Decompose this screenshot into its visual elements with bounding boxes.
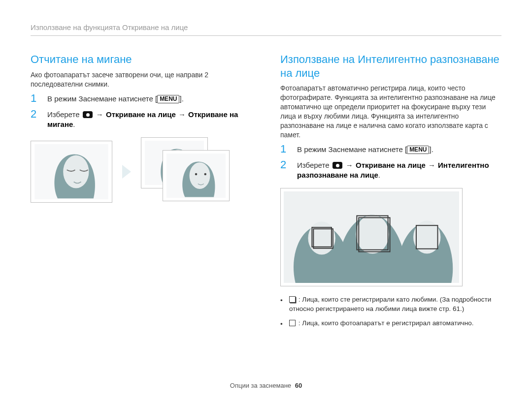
left-steps: 1 В режим Заснемане натиснете [MENU]. 2 …: [31, 94, 252, 130]
step-1: 1 В режим Заснемане натиснете [MENU].: [280, 145, 501, 154]
step-post: .: [182, 94, 184, 103]
bullet-text: : Лица, които сте регистрирали като люби…: [289, 295, 501, 314]
step-post: .: [378, 171, 380, 179]
step-number: 1: [31, 93, 40, 104]
right-title: Използване на Интелигентно разпознаване …: [280, 53, 501, 80]
photo-eyes-closed: [31, 141, 112, 203]
step-pre: Изберете: [47, 110, 82, 119]
menu-chip: MENU: [407, 146, 429, 154]
bullet-favorite: • : Лица, които сте регистрирали като лю…: [280, 295, 501, 314]
running-head: Използване на функцията Откриване на лиц…: [31, 23, 501, 32]
header-rule: [31, 35, 501, 36]
step-text: В режим Заснемане натиснете [MENU].: [297, 145, 501, 154]
bullet-auto: • : Лица, които фотоапаратът е регистрир…: [280, 319, 501, 329]
group-photo-frame: [280, 188, 463, 286]
step-1: 1 В режим Заснемане натиснете [MENU].: [31, 94, 252, 104]
svg-point-12: [356, 215, 389, 254]
arrow-icon: →: [346, 161, 353, 169]
arrow-icon: →: [178, 110, 186, 119]
bullet-text: : Лица, които фотоапаратът е регистрирал…: [289, 319, 474, 329]
step-text: Изберете → Откриване на лице → Откриване…: [47, 110, 252, 130]
page-footer: Опции за заснемане 60: [0, 381, 532, 390]
step-2: 2 Изберете → Откриване на лице → Открива…: [31, 110, 252, 130]
single-square-icon: [289, 320, 296, 326]
right-intro: Фотоапаратът автоматично регистрира лица…: [280, 84, 501, 139]
arrow-icon: →: [96, 110, 103, 119]
step-text: Изберете → Откриване на лице → Интелиген…: [297, 160, 501, 181]
step-bold: Откриване на лице: [356, 161, 426, 169]
step-post: .: [73, 120, 75, 128]
step-post: .: [432, 145, 433, 154]
step-number: 1: [280, 144, 290, 154]
right-steps: 1 В режим Заснемане натиснете [MENU]. 2 …: [280, 145, 501, 181]
menu-chip: MENU: [157, 95, 179, 103]
bullet-label: : Лица, които сте регистрирали като люби…: [289, 296, 491, 312]
footer-section: Опции за заснемане: [230, 382, 291, 389]
bullet-dot: •: [280, 320, 284, 329]
right-column: Използване на Интелигентно разпознаване …: [280, 53, 501, 334]
left-title: Отчитане на мигане: [31, 53, 252, 66]
step-pre: В режим Заснемане натиснете: [297, 145, 405, 154]
legend-bullets: • : Лица, които сте регистрирали като лю…: [280, 295, 501, 329]
step-pre: Изберете: [297, 161, 332, 169]
bullet-dot: •: [280, 296, 284, 314]
step-text: В режим Заснемане натиснете [MENU].: [47, 94, 252, 104]
blink-illustration: [31, 137, 252, 206]
step-number: 2: [31, 109, 40, 130]
step-2: 2 Изберете → Откриване на лице → Интелиг…: [280, 160, 501, 181]
step-number: 2: [280, 159, 290, 181]
bullet-label: : Лица, които фотоапаратът е регистрирал…: [299, 319, 474, 327]
step-pre: В режим Заснемане натиснете: [47, 94, 155, 103]
camera-icon: [332, 162, 342, 169]
camera-icon: [83, 111, 93, 118]
arrow-icon: →: [428, 161, 435, 169]
footer-page: 60: [295, 382, 302, 389]
photo-front: [163, 150, 230, 201]
step-bold: Откриване на лице: [106, 110, 176, 119]
svg-point-7: [204, 173, 207, 176]
left-column: Отчитане на мигане Aко фотоапаратът засе…: [31, 53, 252, 334]
arrow-icon: [122, 165, 131, 179]
left-intro: Aко фотоапаратът засече затворени очи, щ…: [31, 70, 252, 89]
svg-point-6: [195, 173, 198, 176]
double-square-icon: [289, 296, 296, 303]
photo-pair: [141, 137, 230, 206]
